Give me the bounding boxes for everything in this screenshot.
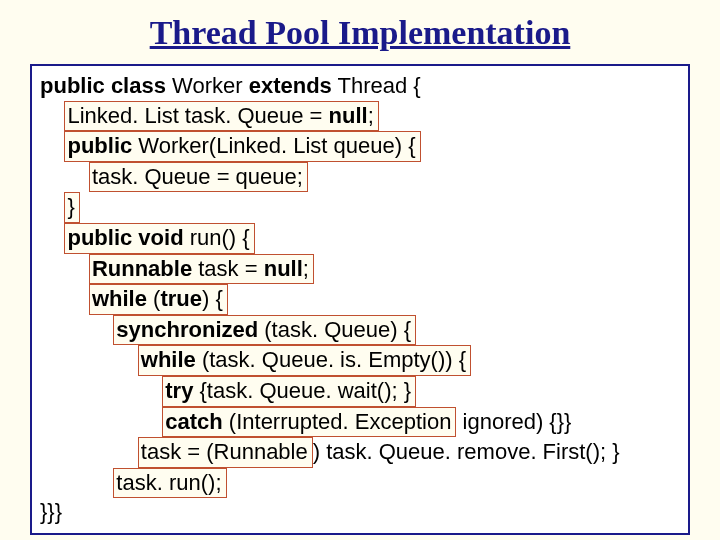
kw: true: [160, 286, 202, 311]
txt: (Interrupted. Exception: [223, 409, 452, 434]
kw: catch: [165, 409, 222, 434]
highlight: }: [64, 192, 79, 223]
kw: public void: [67, 225, 183, 250]
highlight: task = (Runnable: [138, 437, 313, 468]
code-line: while (true) {: [40, 284, 680, 315]
highlight: synchronized (task. Queue) {: [113, 315, 416, 346]
kw: extends: [249, 73, 332, 98]
code-line: public void run() {: [40, 223, 680, 254]
txt: Linked. List task. Queue =: [67, 103, 328, 128]
highlight: while (true) {: [89, 284, 228, 315]
kw: Runnable: [92, 256, 192, 281]
code-box: public class Worker extends Thread { Lin…: [30, 64, 690, 535]
code-line: task = (Runnable) task. Queue. remove. F…: [40, 437, 680, 468]
slide-title: Thread Pool Implementation: [30, 14, 690, 52]
kw: null: [264, 256, 303, 281]
highlight: while (task. Queue. is. Empty()) {: [138, 345, 471, 376]
txt: {task. Queue. wait(); }: [193, 378, 411, 403]
txt: (: [147, 286, 160, 311]
code-line: }: [40, 192, 680, 223]
txt: task. Queue = queue;: [92, 164, 303, 189]
kw: null: [329, 103, 368, 128]
kw: while: [92, 286, 147, 311]
txt: task =: [192, 256, 264, 281]
highlight: Linked. List task. Queue = null;: [64, 101, 378, 132]
code-line: while (task. Queue. is. Empty()) {: [40, 345, 680, 376]
txt: ) task. Queue. remove. First(); }: [313, 439, 620, 464]
txt: ignored) {}}: [456, 409, 571, 434]
txt: }}}: [40, 499, 62, 524]
kw: public class: [40, 73, 166, 98]
txt: ;: [303, 256, 309, 281]
code-line: catch (Interrupted. Exception ignored) {…: [40, 407, 680, 438]
highlight: try {task. Queue. wait(); }: [162, 376, 416, 407]
txt: (task. Queue. is. Empty()) {: [196, 347, 466, 372]
code-line: }}}: [40, 498, 680, 527]
highlight: Runnable task = null;: [89, 254, 314, 285]
txt: Worker(Linked. List queue) {: [132, 133, 415, 158]
code-line: public class Worker extends Thread {: [40, 72, 680, 101]
txt: Worker: [166, 73, 249, 98]
code-line: task. Queue = queue;: [40, 162, 680, 193]
highlight: task. Queue = queue;: [89, 162, 308, 193]
txt: Thread {: [332, 73, 421, 98]
txt: }: [67, 194, 74, 219]
txt: task. run();: [116, 470, 221, 495]
code-line: try {task. Queue. wait(); }: [40, 376, 680, 407]
highlight: public Worker(Linked. List queue) {: [64, 131, 420, 162]
txt: ) {: [202, 286, 223, 311]
code-line: public Worker(Linked. List queue) {: [40, 131, 680, 162]
highlight: task. run();: [113, 468, 226, 499]
txt: run() {: [184, 225, 250, 250]
txt: (task. Queue) {: [258, 317, 411, 342]
code-line: Linked. List task. Queue = null;: [40, 101, 680, 132]
slide: Thread Pool Implementation public class …: [0, 0, 720, 540]
kw: public: [67, 133, 132, 158]
highlight: catch (Interrupted. Exception: [162, 407, 456, 438]
code-line: Runnable task = null;: [40, 254, 680, 285]
txt: task = (Runnable: [141, 439, 308, 464]
kw: synchronized: [116, 317, 258, 342]
txt: ;: [368, 103, 374, 128]
kw: try: [165, 378, 193, 403]
code-line: synchronized (task. Queue) {: [40, 315, 680, 346]
highlight: public void run() {: [64, 223, 254, 254]
kw: while: [141, 347, 196, 372]
code-line: task. run();: [40, 468, 680, 499]
